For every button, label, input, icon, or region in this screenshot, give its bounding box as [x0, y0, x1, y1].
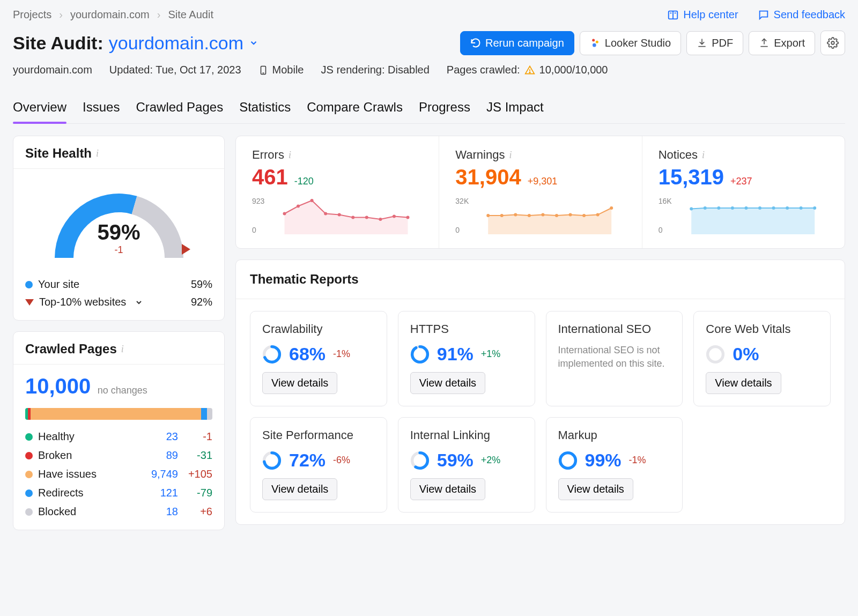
stat-notices[interactable]: Notices i 15,319+237 16K0	[642, 136, 845, 248]
ring-icon	[262, 345, 282, 364]
breadcrumb-item[interactable]: yourdomain.com	[70, 9, 150, 21]
thematic-reports-card: Thematic Reports Crawlability 68% -1% Vi…	[235, 259, 845, 525]
warning-icon	[524, 65, 535, 76]
tab-statistics[interactable]: Statistics	[239, 100, 291, 123]
breadcrumb-item[interactable]: Projects	[13, 9, 51, 21]
crawled-row[interactable]: Redirects 121 -79	[25, 487, 212, 499]
svg-point-12	[283, 212, 286, 216]
ring-icon	[262, 451, 282, 470]
meta-domain: yourdomain.com	[13, 64, 92, 76]
gauge-pointer-icon	[182, 244, 190, 255]
view-details-button[interactable]: View details	[410, 372, 485, 394]
thematic-card-site-performance: Site Performance 72% -6% View details	[250, 417, 387, 513]
svg-point-38	[772, 206, 775, 210]
send-feedback-link[interactable]: Send feedback	[758, 9, 845, 21]
chevron-down-icon	[249, 38, 258, 48]
dot-icon	[25, 452, 33, 459]
health-gauge: 59% -1	[47, 183, 191, 263]
svg-point-17	[352, 216, 355, 219]
stack-segment	[31, 408, 201, 420]
export-button[interactable]: Export	[749, 31, 815, 55]
view-details-button[interactable]: View details	[262, 478, 337, 500]
svg-point-39	[786, 206, 789, 210]
chat-icon	[758, 9, 770, 21]
svg-point-29	[582, 214, 586, 217]
dot-icon	[25, 281, 33, 288]
chevron-down-icon	[135, 298, 143, 307]
svg-point-23	[500, 214, 504, 217]
card-title: Thematic Reports	[250, 272, 831, 287]
crawled-total: 10,000	[25, 374, 91, 398]
thematic-card-https: HTTPS 91% +1% View details	[398, 311, 535, 406]
top10-dropdown[interactable]: Top-10% websites 92%	[25, 296, 212, 308]
breadcrumb-item[interactable]: Site Audit	[168, 9, 213, 21]
thematic-card-markup: Markup 99% -1% View details	[546, 417, 683, 513]
ring-icon	[558, 451, 578, 470]
crawled-row[interactable]: Have issues 9,749 +105	[25, 468, 212, 480]
svg-point-24	[514, 213, 517, 217]
svg-point-6	[593, 43, 596, 47]
sparkline-chart	[677, 197, 829, 234]
tab-progress[interactable]: Progress	[419, 100, 470, 123]
tab-crawled-pages[interactable]: Crawled Pages	[136, 100, 223, 123]
info-icon[interactable]: i	[121, 344, 124, 355]
info-icon[interactable]: i	[702, 150, 705, 161]
dot-icon	[25, 471, 33, 478]
svg-point-25	[528, 214, 531, 217]
info-icon[interactable]: i	[96, 148, 99, 159]
crawled-row[interactable]: Broken 89 -31	[25, 449, 212, 462]
svg-point-33	[703, 206, 706, 210]
refresh-icon	[470, 38, 481, 48]
triangle-down-icon	[25, 299, 34, 306]
svg-point-13	[297, 205, 300, 208]
sparkline-chart	[270, 197, 423, 234]
svg-point-36	[744, 206, 748, 210]
svg-point-16	[338, 213, 341, 217]
looker-button[interactable]: Looker Studio	[580, 31, 681, 55]
pdf-button[interactable]: PDF	[686, 31, 743, 55]
svg-point-32	[690, 207, 693, 210]
view-details-button[interactable]: View details	[706, 372, 781, 394]
meta-crawled: Pages crawled: 10,000/10,000	[447, 64, 608, 76]
svg-point-22	[486, 214, 490, 217]
crawled-pages-card: Crawled Pages i 10,000 no changes Health…	[13, 331, 225, 530]
thematic-card-international-seo: International SEOInternational SEO is no…	[546, 311, 683, 406]
crawled-row[interactable]: Blocked 18 +6	[25, 506, 212, 518]
tab-issues[interactable]: Issues	[83, 100, 120, 123]
info-icon[interactable]: i	[289, 150, 291, 161]
svg-point-26	[542, 213, 545, 217]
stat-errors[interactable]: Errors i 461-120 9230	[236, 136, 439, 248]
tab-overview[interactable]: Overview	[13, 100, 66, 123]
help-center-link[interactable]: Help center	[667, 9, 738, 21]
svg-point-53	[560, 452, 575, 468]
view-details-button[interactable]: View details	[262, 372, 337, 394]
breadcrumb: Projects › yourdomain.com › Site Audit	[13, 9, 213, 21]
svg-point-34	[717, 206, 720, 210]
book-icon	[667, 9, 679, 21]
dot-icon	[25, 489, 33, 497]
svg-point-14	[310, 199, 314, 202]
settings-button[interactable]	[820, 31, 845, 55]
stats-card: Errors i 461-120 9230 Warnings i 31,904+…	[235, 136, 845, 249]
info-icon[interactable]: i	[509, 150, 512, 161]
card-title: Site Health	[25, 146, 92, 161]
tab-compare-crawls[interactable]: Compare Crawls	[307, 100, 403, 123]
stat-warnings[interactable]: Warnings i 31,904+9,301 32K0	[439, 136, 641, 248]
svg-point-4	[592, 39, 595, 42]
page-title: Site Audit: yourdomain.com	[13, 33, 258, 54]
rerun-button[interactable]: Rerun campaign	[460, 31, 574, 55]
view-details-button[interactable]: View details	[558, 478, 633, 500]
svg-point-11	[529, 72, 530, 73]
sparkline-chart	[474, 197, 625, 234]
svg-point-27	[555, 214, 558, 217]
thematic-card-crawlability: Crawlability 68% -1% View details	[250, 311, 387, 406]
svg-point-45	[412, 346, 427, 362]
svg-point-35	[730, 206, 734, 210]
svg-point-41	[813, 206, 816, 210]
svg-point-20	[393, 214, 396, 218]
site-health-card: Site Health i 59% -1	[13, 136, 225, 321]
tab-js-impact[interactable]: JS Impact	[486, 100, 544, 123]
crawled-row[interactable]: Healthy 23 -1	[25, 431, 212, 443]
view-details-button[interactable]: View details	[410, 478, 485, 500]
domain-dropdown[interactable]: yourdomain.com	[109, 33, 258, 54]
